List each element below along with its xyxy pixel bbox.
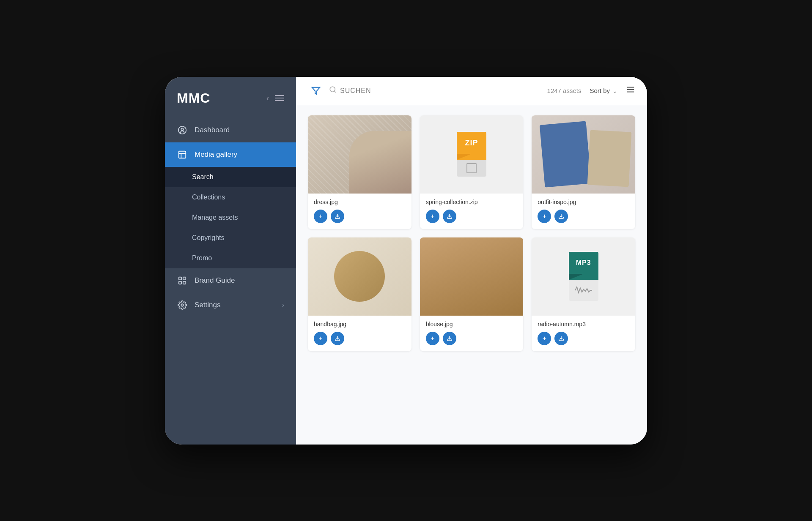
subnav: Search Collections Manage assets Copyrig… bbox=[165, 167, 296, 268]
asset-actions-zip: + bbox=[426, 210, 518, 223]
svg-line-10 bbox=[334, 91, 335, 92]
topbar: 1247 assets Sort by ⌄ bbox=[296, 77, 647, 105]
svg-rect-4 bbox=[183, 277, 186, 279]
svg-rect-3 bbox=[179, 277, 181, 279]
mp3-file-icon bbox=[569, 252, 598, 301]
sidebar-item-media-gallery[interactable]: Media gallery bbox=[165, 142, 296, 167]
topbar-right: 1247 assets Sort by ⌄ bbox=[547, 85, 635, 96]
asset-name-dress: dress.jpg bbox=[314, 199, 406, 205]
filter-button[interactable] bbox=[308, 83, 324, 99]
sidebar-item-settings[interactable]: Settings › bbox=[165, 293, 296, 317]
sidebar-item-collections[interactable]: Collections bbox=[165, 187, 296, 207]
download-button-mp3[interactable] bbox=[554, 332, 568, 345]
brand-icon bbox=[177, 275, 188, 286]
sidebar-header: MMC ‹ bbox=[165, 77, 296, 115]
view-toggle-button[interactable] bbox=[626, 85, 635, 96]
asset-card-mp3: radio-autumn.mp3 + bbox=[532, 237, 635, 351]
asset-thumbnail-handbag bbox=[308, 237, 411, 316]
sidebar-label-media-gallery: Media gallery bbox=[195, 150, 237, 159]
asset-actions-mp3: + bbox=[538, 332, 629, 345]
sidebar-label-dashboard: Dashboard bbox=[195, 126, 230, 134]
asset-name-blouse: blouse.jpg bbox=[426, 321, 518, 327]
add-to-collection-button-handbag[interactable]: + bbox=[314, 332, 327, 345]
asset-actions-outfit: + bbox=[538, 210, 629, 223]
asset-card-handbag: handbag.jpg + bbox=[308, 237, 411, 351]
asset-name-mp3: radio-autumn.mp3 bbox=[538, 321, 629, 327]
sidebar-item-manage-assets[interactable]: Manage assets bbox=[165, 207, 296, 228]
add-to-collection-button-dress[interactable]: + bbox=[314, 210, 327, 223]
logo: MMC bbox=[177, 90, 210, 106]
asset-thumbnail-outfit bbox=[532, 115, 635, 194]
subnav-label-promo: Promo bbox=[192, 254, 212, 262]
svg-marker-8 bbox=[312, 87, 320, 94]
download-button-zip[interactable] bbox=[443, 210, 456, 223]
subnav-label-copyrights: Copyrights bbox=[192, 234, 224, 242]
subnav-label-collections: Collections bbox=[192, 194, 225, 201]
download-button-blouse[interactable] bbox=[443, 332, 456, 345]
download-button-handbag[interactable] bbox=[331, 332, 344, 345]
asset-info-mp3: radio-autumn.mp3 + bbox=[532, 316, 635, 351]
sidebar-item-dashboard[interactable]: Dashboard bbox=[165, 118, 296, 142]
asset-card-dress: dress.jpg + bbox=[308, 115, 411, 229]
search-icon bbox=[329, 86, 337, 95]
sidebar-label-settings: Settings bbox=[195, 301, 220, 309]
settings-icon bbox=[177, 300, 188, 311]
device-frame: MMC ‹ Dashboard bbox=[165, 77, 647, 445]
sidebar-item-brand-guide[interactable]: Brand Guide bbox=[165, 268, 296, 293]
asset-card-outfit: outfit-inspo.jpg + bbox=[532, 115, 635, 229]
asset-info-blouse: blouse.jpg + bbox=[420, 316, 524, 351]
asset-actions-handbag: + bbox=[314, 332, 406, 345]
subnav-label-search: Search bbox=[192, 173, 214, 181]
asset-card-zip: spring-collection.zip + bbox=[420, 115, 524, 229]
asset-info-handbag: handbag.jpg + bbox=[308, 316, 411, 351]
search-input[interactable] bbox=[340, 87, 542, 95]
svg-point-1 bbox=[181, 128, 184, 131]
asset-actions-dress: + bbox=[314, 210, 406, 223]
assets-grid: dress.jpg + bbox=[296, 105, 647, 445]
dashboard-icon bbox=[177, 125, 188, 136]
asset-actions-blouse: + bbox=[426, 332, 518, 345]
sidebar: MMC ‹ Dashboard bbox=[165, 77, 296, 445]
sidebar-item-promo[interactable]: Promo bbox=[165, 248, 296, 268]
download-button-dress[interactable] bbox=[331, 210, 344, 223]
asset-count: 1247 assets bbox=[547, 87, 582, 94]
sort-by-chevron-icon: ⌄ bbox=[612, 87, 617, 94]
asset-name-handbag: handbag.jpg bbox=[314, 321, 406, 327]
sidebar-label-brand-guide: Brand Guide bbox=[195, 276, 235, 285]
asset-thumbnail-mp3 bbox=[532, 237, 635, 316]
collapse-icon[interactable]: ‹ bbox=[266, 94, 269, 103]
search-bar bbox=[329, 86, 542, 95]
sort-by-label: Sort by bbox=[590, 87, 610, 94]
asset-info-dress: dress.jpg + bbox=[308, 194, 411, 229]
zip-file-icon bbox=[457, 132, 486, 177]
asset-thumbnail-dress bbox=[308, 115, 411, 194]
main-content: 1247 assets Sort by ⌄ bbox=[296, 77, 647, 445]
add-to-collection-button-blouse[interactable]: + bbox=[426, 332, 439, 345]
asset-card-blouse: blouse.jpg + bbox=[420, 237, 524, 351]
add-to-collection-button-mp3[interactable]: + bbox=[538, 332, 551, 345]
sidebar-controls: ‹ bbox=[266, 94, 284, 103]
sidebar-item-search[interactable]: Search bbox=[165, 167, 296, 187]
asset-thumbnail-blouse bbox=[420, 237, 524, 316]
svg-point-7 bbox=[181, 304, 184, 306]
sort-by-button[interactable]: Sort by ⌄ bbox=[590, 87, 617, 94]
asset-name-outfit: outfit-inspo.jpg bbox=[538, 199, 629, 205]
asset-info-zip: spring-collection.zip + bbox=[420, 194, 524, 229]
subnav-label-manage-assets: Manage assets bbox=[192, 214, 238, 221]
svg-rect-2 bbox=[179, 151, 186, 158]
download-button-outfit[interactable] bbox=[554, 210, 568, 223]
asset-thumbnail-zip bbox=[420, 115, 524, 194]
add-to-collection-button-outfit[interactable]: + bbox=[538, 210, 551, 223]
asset-name-zip: spring-collection.zip bbox=[426, 199, 518, 205]
media-icon bbox=[177, 149, 188, 160]
settings-arrow-icon: › bbox=[282, 301, 284, 309]
svg-point-9 bbox=[330, 87, 335, 92]
svg-rect-6 bbox=[183, 281, 186, 284]
svg-rect-5 bbox=[179, 281, 181, 284]
asset-info-outfit: outfit-inspo.jpg + bbox=[532, 194, 635, 229]
nav-section: Dashboard Media gallery Search Coll bbox=[165, 115, 296, 321]
sidebar-item-copyrights[interactable]: Copyrights bbox=[165, 228, 296, 248]
hamburger-icon[interactable] bbox=[275, 95, 284, 101]
add-to-collection-button-zip[interactable]: + bbox=[426, 210, 439, 223]
